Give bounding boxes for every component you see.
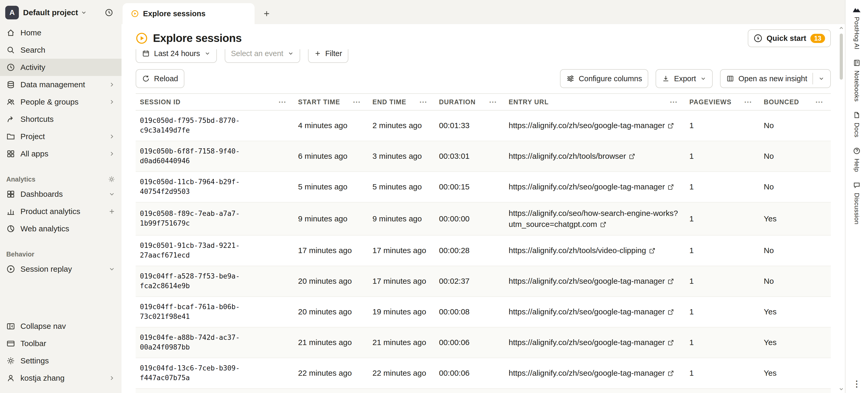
cell-pageviews — [685, 389, 760, 393]
table-row[interactable]: 019c04ff-bcaf-761a-b06b-73c021f98e41 20 … — [136, 297, 831, 327]
cell-session-id[interactable]: 019c04fd-13c6-7ceb-b309-f447ac07b75a — [136, 358, 294, 389]
table-row[interactable]: 019c04ff-a528-7f53-be9a-fca2c8614e9b 20 … — [136, 266, 831, 297]
sidebar-item-activity[interactable]: Activity — [0, 59, 122, 76]
filters-row: Last 24 hours Select an event Filter — [130, 49, 836, 63]
scrollbar-thumb[interactable] — [840, 33, 843, 80]
cell-entry-url[interactable]: https://alignify.co/seo/how-search-engin… — [504, 202, 685, 235]
sidebar-item-web-analytics[interactable]: Web analytics — [0, 220, 122, 237]
sidebar-item-session-replay[interactable]: Session replay — [0, 261, 122, 278]
external-link-icon[interactable] — [668, 370, 674, 377]
plus-icon[interactable] — [108, 208, 115, 215]
cell-session-id[interactable]: 019c04a8-13e0-70ac-8822- — [136, 389, 294, 393]
table-row[interactable]: 019c050d-11cb-7964-b29f-40754f2d9503 5 m… — [136, 172, 831, 202]
cell-session-id[interactable]: 019c050b-6f8f-7158-9f40-d0ad60440946 — [136, 141, 294, 172]
dashboards-icon — [6, 190, 15, 199]
table-row[interactable]: 019c050b-6f8f-7158-9f40-d0ad60440946 6 m… — [136, 141, 831, 172]
reload-button[interactable]: Reload — [136, 69, 184, 88]
chevron-down-icon[interactable] — [818, 75, 825, 82]
cell-end-time — [368, 389, 435, 393]
table-row[interactable]: 019c04a8-13e0-70ac-8822- — [136, 389, 831, 393]
column-menu-button[interactable]: ⋯ — [416, 98, 431, 106]
rail-item-notebooks[interactable]: Notebooks — [853, 59, 861, 102]
sidebar-item-collapse-nav[interactable]: Collapse nav — [0, 318, 122, 335]
sidebar-item-user[interactable]: kostja zhang — [0, 369, 122, 387]
table-row[interactable]: 019c0508-f89c-7eab-a7a7-1b99f751679c 9 m… — [136, 202, 831, 235]
cell-session-id[interactable]: 019c04fe-a88b-742d-ac37-00a24f0987bb — [136, 327, 294, 358]
cell-entry-url[interactable] — [504, 389, 685, 393]
external-link-icon[interactable] — [668, 339, 674, 346]
history-button[interactable] — [102, 5, 116, 20]
user-avatar-icon — [6, 373, 15, 383]
filter-label: Filter — [325, 49, 342, 58]
tab-explore-sessions[interactable]: Explore sessions — [123, 3, 255, 24]
export-button[interactable]: Export — [656, 69, 713, 88]
column-menu-button[interactable]: ⋯ — [275, 98, 290, 106]
cell-session-id[interactable]: 019c04ff-bcaf-761a-b06b-73c021f98e41 — [136, 297, 294, 327]
sidebar-item-search[interactable]: Search — [0, 41, 122, 59]
sidebar-item-all-apps[interactable]: All apps — [0, 145, 122, 162]
column-menu-button[interactable]: ⋯ — [486, 98, 500, 106]
external-link-icon[interactable] — [629, 153, 636, 160]
cell-entry-url[interactable]: https://alignify.co/zh/tools/browser — [504, 141, 685, 172]
event-select[interactable]: Select an event — [225, 49, 300, 63]
date-range-filter[interactable]: Last 24 hours — [136, 49, 217, 63]
sidebar-item-toolbar[interactable]: Toolbar — [0, 335, 122, 352]
sidebar-item-data-management[interactable]: Data management — [0, 76, 122, 93]
rail-item-docs[interactable]: Docs — [853, 111, 861, 138]
database-icon — [6, 80, 15, 89]
column-menu-button[interactable]: ⋯ — [350, 98, 364, 106]
add-filter-button[interactable]: Filter — [308, 49, 348, 63]
cell-entry-url[interactable]: https://alignify.co/zh/seo/google-tag-ma… — [504, 172, 685, 202]
gear-icon — [6, 356, 15, 365]
gear-icon[interactable] — [108, 176, 115, 183]
sidebar-item-product-analytics[interactable]: Product analytics — [0, 203, 122, 220]
cell-entry-url[interactable]: https://alignify.co/zh/seo/google-tag-ma… — [504, 297, 685, 327]
column-header-end-time: END TIME⋯ — [368, 94, 435, 110]
scroll-down-arrow[interactable] — [838, 386, 844, 392]
column-menu-button[interactable]: ⋯ — [741, 98, 755, 106]
toolbar-icon — [6, 339, 15, 348]
rail-item-help[interactable]: Help — [853, 147, 861, 172]
external-link-icon[interactable] — [668, 122, 674, 129]
sidebar-item-people-groups[interactable]: People & groups — [0, 93, 122, 111]
document-icon — [853, 111, 861, 119]
cell-entry-url[interactable]: https://alignify.co/zh/seo/google-tag-ma… — [504, 110, 685, 141]
sidebar-item-home[interactable]: Home — [0, 24, 122, 41]
configure-columns-button[interactable]: Configure columns — [560, 69, 649, 88]
cell-session-id[interactable]: 019c04ff-a528-7f53-be9a-fca2c8614e9b — [136, 266, 294, 297]
column-menu-button[interactable]: ⋯ — [666, 98, 681, 106]
open-as-new-insight-button[interactable]: Open as new insight — [720, 69, 831, 88]
cell-session-id[interactable]: 019c0501-91cb-73ad-9221-27aacf671ecd — [136, 235, 294, 266]
rail-item-discussion[interactable]: Discussion — [853, 181, 861, 224]
cell-entry-url[interactable]: https://alignify.co/zh/seo/google-tag-ma… — [504, 266, 685, 297]
new-tab-button[interactable] — [259, 6, 275, 22]
content-scrollbar[interactable] — [838, 25, 845, 393]
table-row[interactable]: 019c050d-f795-75bd-8770-c9c3a149d7fe 4 m… — [136, 110, 831, 141]
external-link-icon[interactable] — [668, 184, 674, 190]
scroll-up-arrow[interactable] — [838, 25, 844, 31]
external-link-icon[interactable] — [668, 309, 674, 315]
cell-session-id[interactable]: 019c0508-f89c-7eab-a7a7-1b99f751679c — [136, 202, 294, 235]
external-link-icon[interactable] — [600, 221, 607, 228]
event-select-placeholder: Select an event — [231, 49, 283, 58]
sidebar-item-project[interactable]: Project — [0, 128, 122, 145]
table-row[interactable]: 019c04fe-a88b-742d-ac37-00a24f0987bb 21 … — [136, 327, 831, 358]
cell-session-id[interactable]: 019c050d-11cb-7964-b29f-40754f2d9503 — [136, 172, 294, 202]
quick-start-button[interactable]: Quick start 13 — [748, 29, 831, 47]
cell-entry-url[interactable]: https://alignify.co/zh/seo/google-tag-ma… — [504, 358, 685, 389]
cell-session-id[interactable]: 019c050d-f795-75bd-8770-c9c3a149d7fe — [136, 110, 294, 141]
column-menu-button[interactable]: ⋯ — [812, 98, 827, 106]
table-row[interactable]: 019c0501-91cb-73ad-9221-27aacf671ecd 17 … — [136, 235, 831, 266]
rail-item-posthog-ai[interactable]: PostHog AI — [852, 5, 862, 50]
rail-more-button[interactable]: ⋮ — [852, 379, 861, 389]
cell-entry-url[interactable]: https://alignify.co/zh/seo/google-tag-ma… — [504, 327, 685, 358]
sidebar-item-dashboards[interactable]: Dashboards — [0, 185, 122, 203]
collapse-panel-icon — [6, 322, 15, 331]
sidebar-item-settings[interactable]: Settings — [0, 352, 122, 369]
table-row[interactable]: 019c04fd-13c6-7ceb-b309-f447ac07b75a 22 … — [136, 358, 831, 389]
external-link-icon[interactable] — [649, 247, 656, 254]
cell-entry-url[interactable]: https://alignify.co/zh/tools/video-clipp… — [504, 235, 685, 266]
project-selector[interactable]: Default project — [23, 8, 87, 17]
sidebar-item-shortcuts[interactable]: Shortcuts — [0, 111, 122, 128]
external-link-icon[interactable] — [668, 278, 674, 285]
